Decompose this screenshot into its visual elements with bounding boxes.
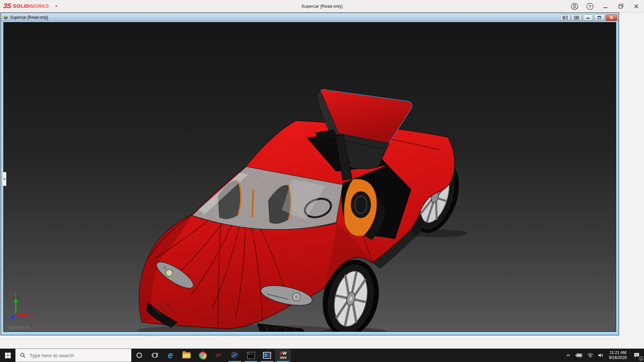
wifi-icon	[587, 353, 593, 358]
tray-chevron-up[interactable]	[564, 349, 573, 362]
app-titlebar: 3S SOLIDWORKS ▸ Supercar [Read-only] ?	[0, 0, 644, 12]
windows-logo-icon	[5, 353, 11, 358]
action-center-button[interactable]: 1	[630, 349, 644, 362]
volume-icon	[598, 353, 604, 358]
taskbar-search[interactable]	[15, 349, 131, 362]
restore-button[interactable]	[617, 3, 625, 10]
doc-minimize-button[interactable]	[583, 14, 593, 21]
tray-battery[interactable]	[573, 349, 585, 362]
notification-count-badge: 1	[639, 356, 643, 361]
taskbar-app-window[interactable]	[259, 349, 275, 362]
taskbar-file-explorer[interactable]	[178, 349, 195, 362]
graphics-viewport[interactable]: Y X *Dimetric	[3, 22, 616, 332]
help-icon[interactable]: ?	[586, 3, 594, 10]
battery-icon	[575, 353, 583, 357]
tray-volume[interactable]	[596, 349, 606, 362]
svg-text:?: ?	[589, 4, 591, 9]
triad-y-label: Y	[14, 292, 17, 297]
pane-right-button[interactable]	[572, 14, 582, 21]
search-input[interactable]	[30, 353, 117, 358]
taskbar-spacer	[291, 349, 564, 362]
orientation-triad: Y X	[9, 292, 34, 320]
cortana-button[interactable]	[131, 349, 147, 362]
clock-date: 9/16/2020	[609, 355, 627, 360]
doc-restore-button[interactable]	[594, 14, 604, 21]
feature-pane-splitter-handle[interactable]	[2, 172, 6, 186]
taskbar-hexagon-app[interactable]	[227, 349, 243, 362]
triad-x-label: X	[31, 313, 34, 318]
solidworks-2020-icon: SW 2020	[280, 351, 287, 360]
tray-clock[interactable]: 11:21 AM 9/16/2020	[606, 349, 630, 362]
view-orientation-label: *Dimetric	[8, 324, 31, 330]
cortana-icon	[137, 353, 142, 358]
document-titlebar[interactable]: Supercar [Read-only]	[1, 13, 619, 22]
edge-icon: e	[168, 351, 173, 360]
supercar-3d-model[interactable]: Y X	[4, 22, 616, 331]
app-window-title: Supercar [Read-only]	[0, 0, 644, 12]
document-frame: Y X *Dimetric	[1, 22, 619, 335]
taskbar-solidworks[interactable]: SW 2020	[275, 349, 291, 362]
minimize-button[interactable]	[602, 3, 609, 10]
command-prompt-icon: C:\_	[247, 352, 255, 359]
document-window-buttons	[560, 14, 617, 21]
task-view-button[interactable]	[147, 349, 162, 362]
app-window-icon	[263, 352, 271, 359]
taskbar-command-prompt[interactable]: C:\_	[243, 349, 259, 362]
search-icon	[20, 353, 25, 358]
app-window-controls: ?	[571, 0, 640, 12]
clock-time: 11:21 AM	[609, 350, 626, 355]
snipping-tool-icon: ✂	[215, 351, 223, 360]
system-tray: 11:21 AM 9/16/2020 1	[564, 349, 644, 362]
windows-taskbar: e ✂ C:\_ SW 2020	[0, 349, 644, 362]
taskbar-edge[interactable]: e	[162, 349, 178, 362]
close-button[interactable]	[633, 3, 640, 10]
pane-left-button[interactable]	[560, 14, 570, 21]
task-view-icon	[151, 352, 158, 358]
account-icon[interactable]	[571, 3, 578, 10]
taskbar-chrome[interactable]	[195, 349, 211, 362]
document-title: Supercar [Read-only]	[10, 15, 48, 20]
document-window: Supercar [Read-only]	[1, 13, 619, 335]
tray-wifi[interactable]	[585, 349, 596, 362]
hexagon-app-icon	[231, 351, 239, 359]
part-document-icon	[3, 15, 8, 20]
chevron-up-icon	[566, 354, 571, 357]
taskbar-snipping-tool[interactable]: ✂	[211, 349, 227, 362]
chrome-icon	[199, 352, 207, 359]
file-explorer-icon	[182, 352, 191, 358]
doc-close-button[interactable]	[606, 14, 617, 21]
start-button[interactable]	[0, 349, 15, 362]
